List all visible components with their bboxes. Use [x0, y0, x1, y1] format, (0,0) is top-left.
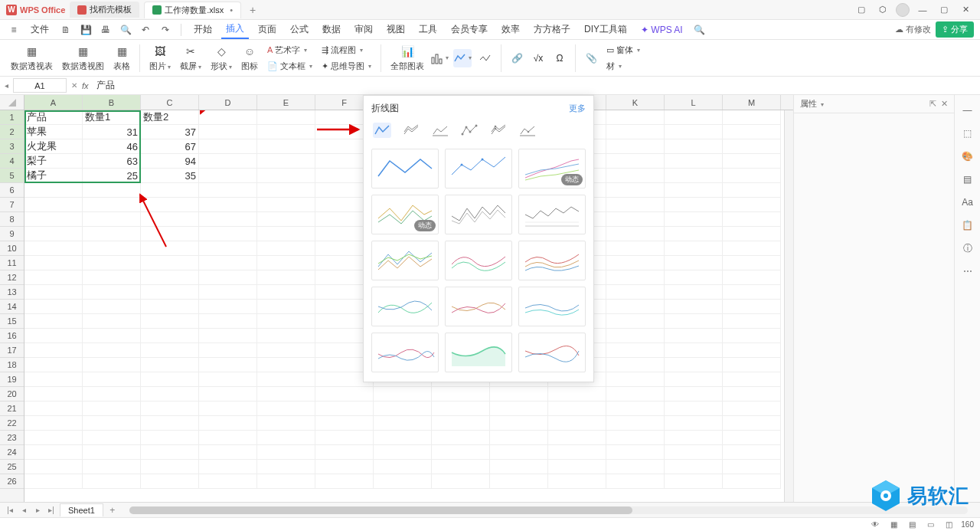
menu-data[interactable]: 数据 — [318, 21, 345, 38]
cell-L8[interactable] — [665, 212, 723, 227]
cell-E8[interactable] — [257, 212, 315, 227]
zoom-control[interactable]: 160 — [961, 520, 974, 529]
cell-C22[interactable] — [141, 416, 199, 431]
menu-tools[interactable]: 工具 — [414, 21, 442, 38]
col-header-E[interactable]: E — [257, 95, 315, 110]
cell-C17[interactable] — [141, 343, 199, 358]
row-header-20[interactable]: 20 — [0, 387, 24, 402]
cell-A26[interactable] — [24, 474, 83, 489]
cell-E9[interactable] — [257, 227, 315, 241]
cell-E26[interactable] — [257, 474, 315, 489]
cell-K6[interactable] — [606, 183, 665, 198]
cell-B11[interactable] — [83, 256, 141, 270]
chart-preset-7[interactable] — [371, 241, 439, 280]
cell-L21[interactable] — [665, 402, 723, 416]
cell-L1[interactable] — [665, 110, 723, 125]
cell-E1[interactable] — [257, 110, 315, 125]
cell-M3[interactable] — [723, 139, 781, 154]
row-header-17[interactable]: 17 — [0, 343, 24, 358]
cell-M12[interactable] — [723, 270, 781, 285]
cell-A13[interactable] — [24, 285, 83, 300]
cell-M26[interactable] — [723, 474, 781, 489]
row-header-8[interactable]: 8 — [0, 212, 24, 227]
cell-K4[interactable] — [606, 154, 665, 169]
cell-D11[interactable] — [199, 256, 257, 270]
menu-wpsai[interactable]: ✦ WPS AI — [636, 22, 688, 38]
cell-A4[interactable]: 梨子 — [24, 154, 83, 169]
cell-K7[interactable] — [606, 198, 665, 212]
menu-file[interactable]: 文件 — [26, 21, 54, 38]
cell-H25[interactable] — [432, 460, 490, 474]
undo-icon[interactable]: ↶ — [138, 22, 153, 38]
menu-formula[interactable]: 公式 — [286, 21, 313, 38]
cell-K2[interactable] — [606, 125, 665, 139]
cell-K23[interactable] — [606, 431, 665, 445]
cell-G26[interactable] — [374, 474, 432, 489]
line-percent-icon[interactable] — [431, 123, 449, 138]
cell-E16[interactable] — [257, 329, 315, 343]
cell-E14[interactable] — [257, 300, 315, 314]
cell-D19[interactable] — [199, 372, 257, 387]
cell-K9[interactable] — [606, 227, 665, 241]
chart-preset-15[interactable] — [518, 333, 586, 372]
cell-B1[interactable]: 数量1 — [83, 110, 141, 125]
cell-D5[interactable] — [199, 169, 257, 183]
cell-A10[interactable] — [24, 241, 83, 256]
col-header-D[interactable]: D — [199, 95, 257, 110]
tab-template[interactable]: 找稻壳模板 — [70, 2, 139, 18]
close-panel-icon[interactable]: ✕ — [941, 99, 948, 109]
cell-M19[interactable] — [723, 372, 781, 387]
cell-J22[interactable] — [548, 416, 606, 431]
cell-E5[interactable] — [257, 169, 315, 183]
row-header-18[interactable]: 18 — [0, 358, 24, 372]
cell-B15[interactable] — [83, 314, 141, 329]
menu-start[interactable]: 开始 — [189, 21, 217, 38]
cell-D23[interactable] — [199, 431, 257, 445]
cell-A7[interactable] — [24, 198, 83, 212]
chart-preset-8[interactable] — [445, 241, 512, 280]
cell-C4[interactable]: 94 — [141, 154, 199, 169]
cell-C15[interactable] — [141, 314, 199, 329]
sidebar-aa-icon[interactable]: Aa — [960, 195, 975, 210]
user-avatar[interactable] — [896, 3, 910, 17]
cell-M17[interactable] — [723, 343, 781, 358]
chart-preset-9[interactable] — [518, 241, 586, 280]
cell-C14[interactable] — [141, 300, 199, 314]
sidebar-more-icon[interactable]: ⋯ — [960, 264, 975, 279]
cell-A21[interactable] — [24, 402, 83, 416]
cell-M2[interactable] — [723, 125, 781, 139]
cell-H21[interactable] — [432, 402, 490, 416]
cell-E3[interactable] — [257, 139, 315, 154]
row-header-4[interactable]: 4 — [0, 154, 24, 169]
cell-K21[interactable] — [606, 402, 665, 416]
cell-M23[interactable] — [723, 431, 781, 445]
window-layout-icon[interactable]: ▢ — [853, 3, 870, 17]
cell-K15[interactable] — [606, 314, 665, 329]
cell-F24[interactable] — [315, 445, 374, 460]
cell-A3[interactable]: 火龙果 — [24, 139, 83, 154]
cell-A23[interactable] — [24, 431, 83, 445]
cell-D18[interactable] — [199, 358, 257, 372]
ribbon-textbox[interactable]: 📄 文本框▾ — [264, 59, 315, 74]
ribbon-material[interactable]: 材▾ — [603, 59, 643, 74]
row-header-6[interactable]: 6 — [0, 183, 24, 198]
cell-D22[interactable] — [199, 416, 257, 431]
cell-G22[interactable] — [374, 416, 432, 431]
cell-I26[interactable] — [490, 474, 548, 489]
cell-L15[interactable] — [665, 314, 723, 329]
cell-G23[interactable] — [374, 431, 432, 445]
chart-preset-10[interactable] — [371, 287, 439, 326]
cell-M8[interactable] — [723, 212, 781, 227]
cell-D4[interactable] — [199, 154, 257, 169]
sheet-prev-icon[interactable]: ◂ — [18, 505, 29, 516]
fx-icon[interactable]: fx — [82, 81, 89, 90]
ribbon-table[interactable]: ▦ 表格 — [110, 44, 133, 72]
cell-A16[interactable] — [24, 329, 83, 343]
cell-C25[interactable] — [141, 460, 199, 474]
cell-C5[interactable]: 35 — [141, 169, 199, 183]
cell-F26[interactable] — [315, 474, 374, 489]
cell-B24[interactable] — [83, 445, 141, 460]
cell-D10[interactable] — [199, 241, 257, 256]
col-header-B[interactable]: B — [83, 95, 141, 110]
formula-input[interactable]: 产品 — [93, 79, 975, 92]
